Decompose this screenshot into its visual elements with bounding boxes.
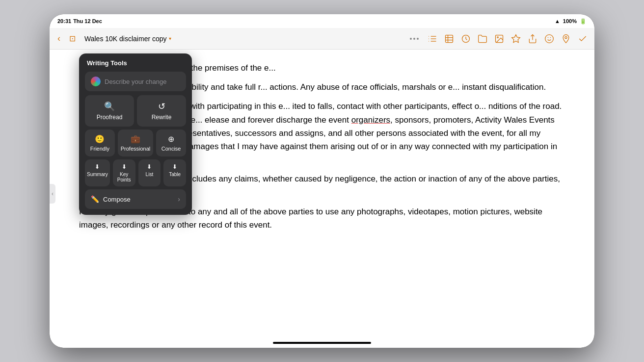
compose-left: ✏️ Compose	[91, 195, 131, 203]
home-bar	[273, 342, 371, 344]
key-points-icon: ⬇	[122, 163, 127, 170]
image-icon[interactable]	[491, 32, 507, 46]
status-left: 20:31 Thu 12 Dec	[57, 18, 102, 24]
title-chevron-icon: ▾	[169, 36, 171, 41]
friendly-label: Friendly	[90, 146, 109, 152]
svg-point-12	[497, 36, 499, 38]
proofread-label: Proofread	[97, 114, 123, 121]
more-button[interactable]	[406, 36, 423, 42]
content-area: Writing Tools Describe your change 🔍 Pro…	[50, 50, 594, 338]
compose-pencil-icon: ✏️	[91, 195, 99, 203]
status-bar: 20:31 Thu 12 Dec ▲ 100% 🔋	[50, 14, 594, 28]
compose-button[interactable]: ✏️ Compose ›	[85, 189, 186, 209]
rewrite-icon: ↺	[158, 101, 165, 112]
time: 20:31	[57, 18, 71, 24]
proofread-icon: 🔍	[104, 101, 115, 112]
table-format-label: Table	[169, 172, 181, 177]
table-icon[interactable]	[441, 32, 457, 46]
professional-label: Professional	[121, 146, 151, 152]
summary-button[interactable]: ⬇ Summary	[85, 159, 110, 186]
ai-icon	[91, 77, 101, 86]
battery-icon: 🔋	[580, 18, 587, 25]
dot1	[410, 38, 412, 40]
share-icon[interactable]	[525, 32, 540, 46]
summary-label: Summary	[87, 172, 108, 177]
writing-tools-popup: Writing Tools Describe your change 🔍 Pro…	[79, 53, 192, 215]
dot2	[413, 38, 415, 40]
collapse-panel-button[interactable]	[50, 184, 55, 204]
status-right: ▲ 100% 🔋	[555, 18, 587, 25]
rewrite-label: Rewrite	[152, 114, 172, 121]
rewrite-button[interactable]: ↺ Rewrite	[137, 95, 186, 127]
list-format-button[interactable]: ⬇ List	[138, 159, 161, 186]
professional-icon: 💼	[131, 134, 140, 144]
document-title[interactable]: Wales 10K disclaimer copy ▾	[84, 35, 171, 43]
sidebar-toggle-button[interactable]: ⊡	[66, 32, 79, 45]
professional-button[interactable]: 💼 Professional	[118, 129, 154, 156]
list-format-label: List	[146, 172, 154, 177]
magic-icon[interactable]	[508, 32, 524, 46]
svg-rect-6	[446, 35, 453, 42]
organizers-word: organizers	[351, 115, 390, 125]
toolbar: ‹ ⊡ Wales 10K disclaimer copy ▾	[50, 28, 594, 50]
wifi-icon: ▲	[555, 18, 560, 24]
toolbar-icons	[425, 32, 590, 46]
describe-placeholder: Describe your change	[105, 78, 166, 85]
dot3	[417, 38, 419, 40]
key-points-button[interactable]: ⬇ Key Points	[113, 159, 135, 186]
key-points-label: Key Points	[115, 172, 134, 182]
concise-button[interactable]: ⊕ Concise	[156, 129, 186, 156]
table-format-icon: ⬇	[172, 163, 177, 170]
ipad-frame: 20:31 Thu 12 Dec ▲ 100% 🔋 ‹ ⊡ Wales 10K …	[50, 14, 594, 348]
emoji-icon[interactable]	[541, 32, 557, 46]
tools-row-proofread-rewrite: 🔍 Proofread ↺ Rewrite	[85, 95, 186, 127]
table-format-button[interactable]: ⬇ Table	[163, 159, 186, 186]
compose-chevron-icon: ›	[178, 195, 180, 203]
date: Thu 12 Dec	[73, 18, 102, 24]
battery-label: 100%	[563, 18, 577, 24]
friendly-button[interactable]: 🙂 Friendly	[85, 129, 115, 156]
list-icon[interactable]	[425, 32, 440, 46]
concise-icon: ⊕	[168, 134, 174, 144]
svg-point-18	[565, 36, 567, 38]
done-icon[interactable]	[575, 32, 590, 46]
list-format-icon: ⬇	[147, 163, 152, 170]
summary-icon: ⬇	[95, 163, 100, 170]
home-indicator	[50, 338, 594, 348]
pin-icon[interactable]	[558, 32, 574, 46]
compose-label: Compose	[103, 196, 131, 203]
svg-point-15	[545, 34, 554, 43]
tools-row-tone: 🙂 Friendly 💼 Professional ⊕ Concise	[85, 129, 186, 156]
describe-input[interactable]: Describe your change	[85, 72, 186, 91]
title-text: Wales 10K disclaimer copy	[84, 35, 167, 43]
clock-icon[interactable]	[458, 32, 474, 46]
back-button[interactable]: ‹	[54, 31, 64, 46]
popup-title: Writing Tools	[85, 59, 186, 67]
friendly-icon: 🙂	[95, 134, 105, 144]
svg-marker-13	[512, 34, 520, 42]
proofread-button[interactable]: 🔍 Proofread	[85, 95, 134, 127]
tools-row-format: ⬇ Summary ⬇ Key Points ⬇ List ⬇ Table	[85, 159, 186, 186]
concise-label: Concise	[161, 146, 181, 152]
folder-icon[interactable]	[475, 32, 490, 46]
